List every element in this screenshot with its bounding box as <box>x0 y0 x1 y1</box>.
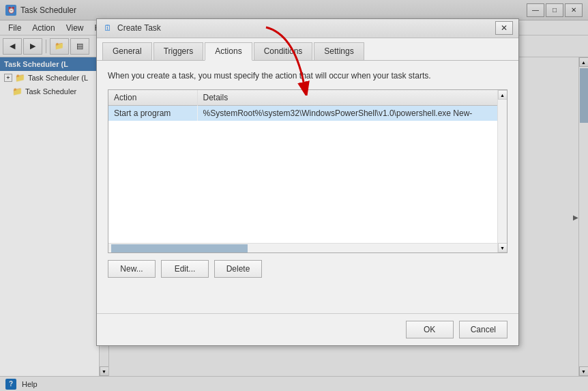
create-task-dialog: 🗓 Create Task ✕ General Triggers Actions… <box>96 18 519 346</box>
ok-button[interactable]: OK <box>406 321 454 338</box>
table-header-row: Action Details <box>108 90 507 106</box>
col-details: Details <box>197 90 507 106</box>
tab-actions[interactable]: Actions <box>205 42 252 61</box>
tab-general[interactable]: General <box>102 42 152 60</box>
dialog-overlay: 🗓 Create Task ✕ General Triggers Actions… <box>0 0 588 391</box>
edit-button[interactable]: Edit... <box>161 260 209 278</box>
main-window: ⏰ Task Scheduler — □ ✕ File Action View … <box>0 0 588 391</box>
action-buttons: New... Edit... Delete <box>108 260 508 278</box>
dialog-description: When you create a task, you must specify… <box>108 70 508 82</box>
action-table-container: Action Details Start a program %SystemRo… <box>108 89 508 253</box>
dialog-footer: OK Cancel <box>97 313 518 345</box>
delete-button[interactable]: Delete <box>214 260 262 278</box>
new-button[interactable]: New... <box>108 260 156 278</box>
dialog-title-bar: 🗓 Create Task ✕ <box>97 19 518 38</box>
action-table: Action Details Start a program %SystemRo… <box>108 90 507 121</box>
cancel-button[interactable]: Cancel <box>459 321 508 338</box>
tab-settings[interactable]: Settings <box>314 42 364 60</box>
dialog-title: Create Task <box>117 23 491 33</box>
dialog-tabs: General Triggers Actions Conditions Sett… <box>97 38 518 61</box>
dialog-close-button[interactable]: ✕ <box>495 21 513 35</box>
table-scroll-up[interactable]: ▲ <box>498 90 508 100</box>
hscroll-thumb[interactable] <box>111 244 248 252</box>
tab-conditions[interactable]: Conditions <box>254 42 313 60</box>
row-details: %SystemRoot%\system32\WindowsPowerShell\… <box>197 106 507 121</box>
row-action: Start a program <box>108 106 197 121</box>
table-hscrollbar <box>108 243 497 252</box>
table-scrollbar: ▲ ▼ <box>497 90 507 252</box>
dialog-content: When you create a task, you must specify… <box>97 61 518 288</box>
table-row[interactable]: Start a program %SystemRoot%\system32\Wi… <box>108 106 507 121</box>
dialog-icon: 🗓 <box>102 23 113 33</box>
col-action: Action <box>108 90 197 106</box>
table-scroll-down[interactable]: ▼ <box>498 243 508 252</box>
tab-triggers[interactable]: Triggers <box>153 42 204 60</box>
